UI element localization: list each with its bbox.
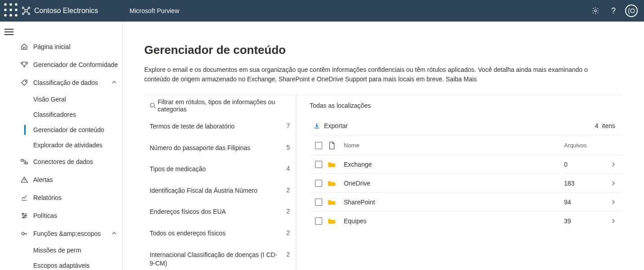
sidebar-item-label: Classificadores (33, 111, 122, 118)
svg-point-2 (15, 3, 18, 6)
chevron-right-icon[interactable] (604, 218, 622, 224)
table-row[interactable]: OneDrive 183 (310, 173, 622, 192)
sliders-icon (21, 212, 33, 219)
svg-point-11 (22, 13, 24, 15)
sidebar-item-content-explorer[interactable]: Gerenciador de conteúdo (18, 122, 122, 137)
folder-icon (328, 179, 344, 187)
category-item[interactable]: Identificação Fiscal da Áustria Número2 (144, 180, 295, 202)
row-name: SharePoint (344, 199, 564, 206)
sidebar-item-adaptive-scopes[interactable]: Escopos adaptáveis (18, 258, 122, 270)
svg-point-8 (15, 14, 18, 17)
category-item[interactable]: Todos os endereços físicos2 (144, 223, 295, 244)
app-launcher-icon[interactable] (4, 3, 18, 19)
row-checkbox[interactable] (310, 180, 328, 187)
sidebar-item-data-classification[interactable]: Classificação de dados (18, 74, 122, 92)
sidebar-item-permissions[interactable]: Missões de perm (18, 243, 122, 258)
svg-point-5 (15, 9, 18, 11)
sidebar-item-label: Página inicial (33, 43, 122, 50)
sidebar-item-compliance-manager[interactable]: Gerenciador de Conformidade (18, 56, 122, 74)
sidebar-item-activity-explorer[interactable]: Explorador de atividades (18, 137, 122, 153)
row-files: 183 (564, 180, 604, 187)
select-all-checkbox[interactable] (310, 142, 328, 149)
svg-point-12 (28, 13, 30, 15)
categories-panel: Filtrar em rótulos, tipos de informações… (144, 95, 297, 270)
sidebar-item-label: Alertas (33, 176, 122, 183)
sidebar-toggle-column (0, 22, 18, 270)
row-files: 39 (564, 217, 604, 225)
home-icon (21, 43, 33, 50)
chart-icon (21, 194, 33, 201)
sidebar-item-data-connectors[interactable]: Conectores de dados (18, 153, 122, 171)
svg-point-15 (25, 81, 26, 82)
chevron-right-icon[interactable] (604, 199, 622, 205)
category-item[interactable]: Internacional Classificação de doenças (… (144, 244, 295, 270)
trophy-icon (21, 61, 33, 68)
category-item[interactable]: Número do passaporte das Filipinas5 (144, 137, 295, 159)
folder-icon (328, 160, 344, 168)
download-icon (313, 122, 320, 129)
main-content: Gerenciador de conteúdo Explore o email … (123, 22, 644, 270)
column-header-name[interactable]: Nome (344, 142, 564, 149)
chevron-right-icon[interactable] (604, 181, 622, 186)
svg-point-21 (22, 232, 24, 235)
sidebar-item-policies[interactable]: Políticas (18, 207, 122, 225)
chevron-up-icon (111, 230, 122, 237)
sidebar-item-overview[interactable]: Visão Geral (18, 92, 122, 107)
avatar: (O (625, 4, 638, 17)
row-name: OneDrive (344, 180, 564, 187)
filter-placeholder: Filtrar em rótulos, tipos de informações… (158, 98, 292, 113)
table-row[interactable]: SharePoint 94 (310, 192, 622, 211)
sidebar-item-label: Gerenciador de Conformidade (33, 61, 122, 68)
table-row[interactable]: Equipes 39 (310, 211, 622, 230)
svg-point-22 (151, 103, 155, 107)
row-name: Equipes (344, 217, 564, 225)
table-header: Nome Arquivos (310, 136, 622, 155)
svg-point-6 (4, 14, 7, 17)
column-header-files[interactable]: Arquivos (564, 142, 604, 149)
sidebar-item-classifiers[interactable]: Classificadores (18, 107, 122, 122)
export-label: Exportar (324, 122, 348, 129)
hamburger-icon[interactable] (4, 29, 13, 35)
sidebar-item-label: Funções &amp;escopos (33, 230, 111, 237)
sidebar-item-roles-scopes[interactable]: Funções &amp;escopos (18, 225, 122, 243)
svg-point-4 (9, 9, 12, 11)
help-button[interactable]: ? (604, 0, 622, 22)
search-icon (148, 102, 158, 109)
category-item[interactable]: Tipos de medicação4 (144, 159, 295, 180)
row-checkbox[interactable] (310, 161, 328, 168)
svg-point-1 (9, 3, 12, 6)
sidebar-item-alerts[interactable]: Alertas (18, 171, 122, 189)
key-icon (21, 230, 33, 237)
org-name: Contoso Electronics (34, 7, 98, 15)
page-title: Gerenciador de conteúdo (144, 43, 622, 57)
alert-icon (21, 176, 33, 183)
row-files: 94 (564, 199, 604, 206)
org-brand[interactable]: Contoso Electronics (22, 6, 98, 15)
sidebar-item-label: Conectores de dados (33, 158, 122, 165)
export-button[interactable]: Exportar (313, 122, 348, 129)
sidebar-item-label: Classificação de dados (33, 79, 111, 86)
table-row[interactable]: Exchange 0 (310, 155, 622, 173)
category-item[interactable]: Endereços físicos dos EUA2 (144, 201, 295, 223)
account-button[interactable]: (O (622, 0, 640, 22)
filter-input[interactable]: Filtrar em rótulos, tipos de informações… (144, 95, 295, 116)
chevron-right-icon[interactable] (604, 162, 622, 167)
locations-heading: Todas as localizações (310, 95, 622, 116)
sidebar-item-home[interactable]: Página inicial (18, 38, 122, 56)
folder-icon (328, 217, 344, 225)
row-checkbox[interactable] (310, 217, 328, 225)
product-name[interactable]: Microsoft Purview (129, 7, 179, 14)
categories-list[interactable]: Termos de teste de laboratório7 Número d… (144, 116, 295, 270)
items-count: 4 itens (595, 122, 622, 129)
svg-rect-17 (25, 162, 27, 164)
row-files: 0 (564, 161, 604, 168)
category-item[interactable]: Termos de teste de laboratório7 (144, 116, 295, 137)
settings-button[interactable] (586, 0, 604, 22)
sidebar-item-reports[interactable]: Relatórios (18, 189, 122, 207)
document-icon (328, 142, 344, 150)
svg-point-0 (4, 3, 7, 6)
row-checkbox[interactable] (310, 199, 328, 206)
folder-icon (328, 198, 344, 206)
sidebar: Página inicial Gerenciador de Conformida… (18, 22, 123, 270)
svg-point-9 (22, 7, 24, 9)
